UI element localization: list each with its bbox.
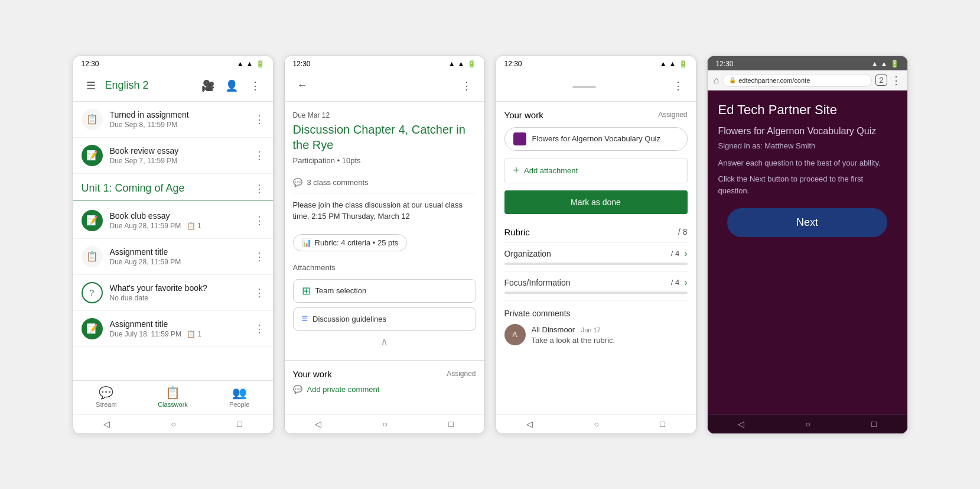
attachment-label-2: Discussion guidelines bbox=[312, 315, 386, 323]
add-comment-row[interactable]: 💬 Add private comment bbox=[293, 385, 476, 394]
your-work-section: Your work Assigned 💬 Add private comment bbox=[285, 360, 484, 402]
url-bar[interactable]: 🔒 edtechpartner.com/conte bbox=[722, 74, 872, 87]
assignment-description: Please join the class discussion at our … bbox=[293, 199, 476, 222]
browser-tab-btn[interactable]: 2 bbox=[875, 75, 887, 86]
assignment-icon: 📝 bbox=[82, 318, 103, 339]
content-1: 📋 Turned in assignment Due Sep 8, 11:59 … bbox=[73, 102, 273, 380]
video-icon[interactable]: 🎥 bbox=[198, 76, 217, 95]
classwork-icon: 📋 bbox=[165, 386, 180, 400]
browser-home-icon[interactable]: ⌂ bbox=[714, 75, 719, 86]
quiz-desc-1: Answer each question to the best of your… bbox=[718, 157, 897, 169]
nav-bar-1: ☰ English 2 🎥 👤 ⋮ bbox=[73, 70, 273, 102]
list-item[interactable]: 📋 Assignment title Due Aug 28, 11:59 PM … bbox=[73, 239, 273, 275]
wifi-icon: ▲ bbox=[871, 60, 878, 68]
add-comment-label: Add private comment bbox=[307, 385, 380, 394]
recents-btn[interactable]: □ bbox=[237, 419, 242, 429]
assignment-icon: 📋 bbox=[82, 109, 103, 130]
attachment-team-selection[interactable]: ⊞ Team selection bbox=[293, 279, 476, 303]
battery-icon: 🔋 bbox=[467, 60, 476, 68]
nav-bar-3: ⋮ bbox=[496, 70, 696, 102]
flowers-quiz-item[interactable]: Flowers for Algernon Vocabulary Quiz bbox=[504, 127, 688, 151]
recents-btn-4[interactable]: □ bbox=[871, 419, 876, 429]
next-button[interactable]: Next bbox=[727, 208, 888, 237]
phone-2: 12:30 ▲ ▲ 🔋 ← ⋮ Due Mar 12 Discussion Ch… bbox=[284, 56, 485, 434]
rubric-item-focus[interactable]: Focus/Information / 4 › bbox=[504, 271, 688, 300]
back-btn-3[interactable]: ◁ bbox=[526, 419, 533, 429]
add-attachment-btn[interactable]: + Add attachment bbox=[504, 158, 688, 183]
home-btn-3[interactable]: ○ bbox=[594, 419, 599, 429]
android-nav-1: ◁ ○ □ bbox=[73, 414, 273, 433]
assignment-info: Assignment title Due July 18, 11:59 PM 📋… bbox=[110, 319, 254, 338]
comment-row: A Ali Dinsmoor Jun 17 Take a look at the… bbox=[504, 324, 688, 345]
list-item[interactable]: 📋 Turned in assignment Due Sep 8, 11:59 … bbox=[73, 102, 273, 138]
recents-btn-3[interactable]: □ bbox=[660, 419, 665, 429]
p3-main: Your work Assigned Flowers for Algernon … bbox=[496, 102, 696, 354]
comments-row: 💬 3 class comments bbox=[293, 172, 476, 193]
back-btn[interactable]: ◁ bbox=[103, 419, 110, 429]
back-icon[interactable]: ← bbox=[293, 76, 312, 95]
assignment-info: Assignment title Due Aug 28, 11:59 PM bbox=[110, 247, 254, 266]
status-bar-4: 12:30 ▲ ▲ 🔋 bbox=[708, 56, 907, 70]
browser-bar: ⌂ 🔒 edtechpartner.com/conte 2 ⋮ bbox=[708, 70, 907, 90]
recents-btn-2[interactable]: □ bbox=[448, 419, 453, 429]
hamburger-icon[interactable]: ☰ bbox=[82, 76, 100, 95]
home-btn[interactable]: ○ bbox=[171, 419, 176, 429]
people-icon: 👥 bbox=[232, 386, 247, 400]
phone-4: 12:30 ▲ ▲ 🔋 ⌂ 🔒 edtechpartner.com/conte … bbox=[707, 56, 908, 434]
nav-stream[interactable]: 💬 Stream bbox=[73, 386, 140, 408]
list-item[interactable]: 📝 Assignment title Due July 18, 11:59 PM… bbox=[73, 311, 273, 347]
commenter-name: Ali Dinsmoor bbox=[532, 325, 575, 334]
list-item[interactable]: 📝 Book club essay Due Aug 28, 11:59 PM 📋… bbox=[73, 203, 273, 239]
your-work-header: Your work Assigned bbox=[293, 369, 476, 379]
mark-done-button[interactable]: Mark as done bbox=[504, 190, 688, 214]
more-btn[interactable]: ⋮ bbox=[254, 113, 265, 126]
battery-icon: 🔋 bbox=[890, 60, 899, 68]
list-item[interactable]: 📝 Book review essay Due Sep 7, 11:59 PM … bbox=[73, 138, 273, 174]
back-btn-4[interactable]: ◁ bbox=[738, 419, 744, 429]
status-bar-3: 12:30 ▲ ▲ 🔋 bbox=[496, 56, 696, 70]
attachment-discussion-guidelines[interactable]: ≡ Discussion guidelines bbox=[293, 307, 476, 331]
rubric-item-organization[interactable]: Organization / 4 › bbox=[504, 242, 688, 271]
p4-content: Ed Tech Partner Site Flowers for Algerno… bbox=[708, 90, 907, 414]
section-more-btn[interactable]: ⋮ bbox=[254, 182, 265, 195]
more-icon-3[interactable]: ⋮ bbox=[669, 76, 688, 95]
more-icon-1[interactable]: ⋮ bbox=[246, 76, 265, 95]
list-item[interactable]: ? What's your favorite book? No due date… bbox=[73, 275, 273, 311]
comment-icon: 💬 bbox=[293, 178, 302, 187]
person-icon[interactable]: 👤 bbox=[222, 76, 241, 95]
more-btn[interactable]: ⋮ bbox=[254, 214, 265, 227]
rubric-chip[interactable]: 📊 Rubric: 4 criteria • 25 pts bbox=[293, 234, 408, 251]
due-date: Due Mar 12 bbox=[293, 111, 476, 119]
android-nav-2: ◁ ○ □ bbox=[285, 414, 484, 433]
more-btn[interactable]: ⋮ bbox=[254, 250, 265, 263]
status-icons-1: ▲ ▲ 🔋 bbox=[237, 60, 265, 68]
signal-icon: ▲ bbox=[458, 60, 465, 68]
comment-date: Jun 17 bbox=[581, 326, 601, 333]
browser-more-icon[interactable]: ⋮ bbox=[891, 74, 901, 87]
rubric-label: Rubric bbox=[504, 227, 530, 237]
time-2: 12:30 bbox=[293, 60, 311, 68]
quiz-title-4: Flowers for Algernon Vocabulary Quiz bbox=[718, 126, 897, 137]
more-icon-2[interactable]: ⋮ bbox=[457, 76, 476, 95]
attachments-label: Attachments bbox=[293, 263, 476, 272]
commenter-avatar: A bbox=[504, 324, 526, 345]
signal-icon: ▲ bbox=[669, 60, 676, 68]
private-comments: Private comments A Ali Dinsmoor Jun 17 T… bbox=[504, 309, 688, 345]
home-btn-2[interactable]: ○ bbox=[383, 419, 388, 429]
chevron-right-icon: › bbox=[684, 248, 687, 259]
home-btn-4[interactable]: ○ bbox=[806, 419, 810, 429]
back-btn-2[interactable]: ◁ bbox=[315, 419, 321, 429]
assignment-title: Book club essay bbox=[110, 211, 254, 221]
nav-people[interactable]: 👥 People bbox=[206, 386, 273, 408]
assignment-due: No due date bbox=[110, 294, 254, 302]
more-btn[interactable]: ⋮ bbox=[254, 286, 265, 299]
more-btn[interactable]: ⋮ bbox=[254, 322, 265, 335]
your-work-header-3: Your work Assigned bbox=[504, 110, 688, 120]
nav-classwork[interactable]: 📋 Classwork bbox=[139, 386, 206, 408]
time-4: 12:30 bbox=[716, 60, 734, 68]
android-nav-3: ◁ ○ □ bbox=[496, 414, 696, 433]
chevron-right-icon-2: › bbox=[684, 277, 687, 288]
more-btn[interactable]: ⋮ bbox=[254, 149, 265, 162]
assignment-due: Due Sep 7, 11:59 PM bbox=[110, 157, 254, 165]
rubric-item-header-2: Focus/Information / 4 › bbox=[504, 277, 688, 288]
